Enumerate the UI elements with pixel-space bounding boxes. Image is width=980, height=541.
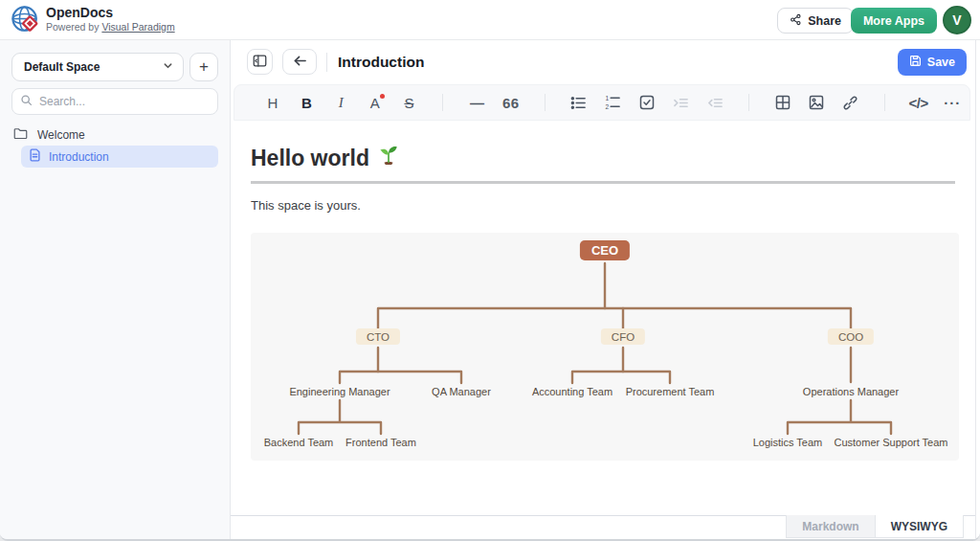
user-avatar[interactable]: V xyxy=(943,6,971,34)
org-node-customer-support-team: Customer Support Team xyxy=(834,437,947,448)
sidebar-item-introduction[interactable]: Introduction xyxy=(21,146,218,168)
chevron-down-icon xyxy=(163,60,173,74)
space-selector-dropdown[interactable]: Default Space xyxy=(11,53,184,81)
app-title: OpenDocs xyxy=(46,5,113,20)
font-color-button[interactable]: A xyxy=(363,90,388,115)
toolbar-divider xyxy=(884,94,885,111)
sidebar-toggle-button[interactable] xyxy=(247,49,273,75)
org-node-procurement-team: Procurement Team xyxy=(626,386,715,397)
share-icon xyxy=(790,13,802,29)
org-node-ceo: CEO xyxy=(580,240,630,260)
toolbar-divider xyxy=(748,94,749,111)
image-button[interactable] xyxy=(804,90,829,115)
strikethrough-button[interactable]: S xyxy=(397,90,422,115)
page-title: Introduction xyxy=(338,40,424,84)
panel-left-icon xyxy=(253,54,267,71)
bullet-list-button[interactable] xyxy=(567,90,591,115)
formatting-toolbar: H B I A S — 66 12 xyxy=(234,84,970,121)
document-heading: Hello world xyxy=(251,145,955,171)
indent-button[interactable] xyxy=(669,90,694,115)
sidebar-item-welcome[interactable]: Welcome xyxy=(13,127,85,143)
heading-rule xyxy=(251,181,955,184)
arrow-left-icon xyxy=(293,55,307,70)
org-chart[interactable]: CEO CTO CFO COO Engineering Manager QA M… xyxy=(251,233,959,461)
org-node-frontend-team: Frontend Team xyxy=(345,437,416,448)
document-editor[interactable]: Hello world This space is yours. xyxy=(231,121,975,515)
document-icon xyxy=(29,148,41,165)
powered-by: Powered by Visual Paradigm xyxy=(46,21,175,33)
more-options-button[interactable]: ··· xyxy=(940,90,965,115)
seedling-emoji-icon xyxy=(378,145,399,171)
org-node-backend-team: Backend Team xyxy=(264,437,334,448)
org-node-logistics-team: Logistics Team xyxy=(753,437,823,448)
color-dot xyxy=(380,94,385,99)
search-box xyxy=(11,88,218,115)
italic-button[interactable]: I xyxy=(328,90,353,115)
folder-icon xyxy=(13,127,28,143)
outdent-button[interactable] xyxy=(702,90,727,115)
blockquote-button[interactable]: 66 xyxy=(499,90,523,115)
link-button[interactable] xyxy=(838,90,863,115)
svg-text:2: 2 xyxy=(605,103,609,110)
org-node-engineering-manager: Engineering Manager xyxy=(289,386,390,397)
visual-paradigm-link[interactable]: Visual Paradigm xyxy=(101,21,174,33)
more-apps-button[interactable]: More Apps xyxy=(851,8,937,34)
search-icon xyxy=(20,93,33,110)
toolbar-divider xyxy=(545,94,546,111)
numbered-list-button[interactable]: 12 xyxy=(600,90,625,115)
svg-text:1: 1 xyxy=(605,95,609,101)
sidebar: Default Space + Welcome Introduction xyxy=(0,40,231,539)
opendocs-logo-icon xyxy=(10,4,42,36)
back-button[interactable] xyxy=(282,49,317,75)
status-bar: Markdown WYSIWYG xyxy=(231,515,975,539)
org-node-accounting-team: Accounting Team xyxy=(532,386,612,397)
tab-markdown[interactable]: Markdown xyxy=(786,515,874,538)
app-window: OpenDocs Powered by Visual Paradigm Shar… xyxy=(0,0,980,541)
org-node-qa-manager: QA Manager xyxy=(432,386,491,397)
org-node-cfo: CFO xyxy=(601,328,645,345)
org-node-operations-manager: Operations Manager xyxy=(803,386,899,397)
save-button[interactable]: Save xyxy=(898,49,967,76)
save-floppy-icon xyxy=(909,55,922,70)
document-header: Introduction Save xyxy=(231,40,975,84)
top-bar: OpenDocs Powered by Visual Paradigm Shar… xyxy=(0,0,980,40)
search-input[interactable] xyxy=(39,95,210,108)
header-divider xyxy=(326,53,327,72)
editor-mode-tabs: Markdown WYSIWYG xyxy=(786,515,964,538)
code-button[interactable]: </> xyxy=(906,90,931,115)
share-button[interactable]: Share xyxy=(777,8,854,34)
bold-button[interactable]: B xyxy=(295,90,320,115)
horizontal-rule-button[interactable]: — xyxy=(464,90,489,115)
main-pane: Introduction Save H B I A S — 66 12 xyxy=(231,40,976,539)
task-list-button[interactable] xyxy=(635,90,659,115)
tab-wysiwyg[interactable]: WYSIWYG xyxy=(875,515,964,538)
toolbar-divider xyxy=(442,94,443,111)
org-node-coo: COO xyxy=(828,328,874,345)
heading-button[interactable]: H xyxy=(260,90,285,115)
table-button[interactable] xyxy=(770,90,795,115)
org-chart-connectors xyxy=(251,233,959,461)
org-node-cto: CTO xyxy=(356,328,400,345)
add-space-button[interactable]: + xyxy=(189,53,218,81)
document-paragraph: This space is yours. xyxy=(251,198,955,213)
